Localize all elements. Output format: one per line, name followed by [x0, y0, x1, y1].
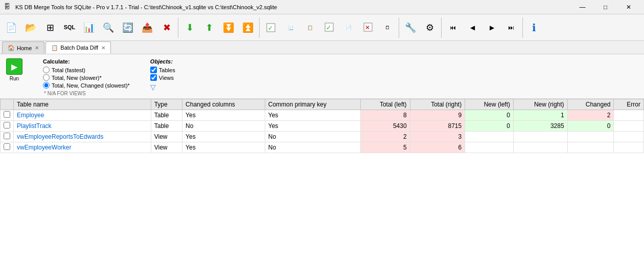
row-common-pk-3: No: [265, 142, 360, 153]
home-tab-icon: 🏠: [8, 45, 15, 51]
page2-icon: 📄: [346, 25, 352, 30]
calculate-label: Calculate:: [43, 58, 130, 65]
radio-total-fastest-label: Total (fastest): [52, 67, 85, 73]
row-checkbox-3[interactable]: [4, 143, 10, 150]
row-checkbox-cell: [1, 121, 14, 132]
merge-up-icon: ⬆: [205, 23, 213, 32]
maximize-button[interactable]: □: [594, 0, 617, 14]
calculate-options: Calculate: Total (fastest) Total, New (s…: [43, 58, 130, 96]
settings2-button[interactable]: ⚙: [421, 16, 439, 39]
row-total-right-0: 9: [410, 110, 465, 121]
col-header-changed-cols: Changed columns: [182, 99, 265, 110]
filter-icon[interactable]: ▽: [150, 83, 175, 91]
page1-button[interactable]: 📃: [281, 16, 300, 39]
merge-up-button[interactable]: ⬆: [200, 16, 218, 39]
radio-total-new-changed-label: Total, New, Changed (slowest)*: [52, 82, 130, 89]
row-checkbox-1[interactable]: [4, 122, 10, 129]
radio-total-new-input[interactable]: [43, 74, 50, 81]
row-name-link-0[interactable]: Employee: [17, 112, 44, 119]
delete-button[interactable]: ✖: [157, 16, 176, 39]
window-controls: — □ ✕: [571, 0, 640, 14]
tab-batch-diff[interactable]: 📋 Batch Data Diff ✕: [45, 41, 111, 54]
table-row[interactable]: PlaylistTrack Table No Yes 5430 8715 0 3…: [1, 121, 644, 132]
merge-all-down-button[interactable]: ⏬: [219, 16, 238, 39]
tab-home[interactable]: 🏠 Home ✕: [2, 41, 44, 54]
nav1-icon: ⏮: [450, 24, 456, 31]
refresh-icon: 🔄: [122, 23, 133, 32]
new-icon: 📄: [6, 23, 17, 32]
row-changed-2: [567, 132, 614, 142]
page3-button[interactable]: 🗒: [378, 16, 397, 39]
views-checkbox[interactable]: [150, 74, 157, 81]
open-button[interactable]: 📂: [21, 16, 40, 39]
settings-button[interactable]: 🔧: [401, 16, 420, 39]
nav2-button[interactable]: ◀: [463, 16, 481, 39]
row-error-1: [614, 121, 644, 132]
merge-down-button[interactable]: ⬇: [180, 16, 199, 39]
info-button[interactable]: ℹ: [525, 16, 543, 39]
row-total-right-2: 3: [410, 132, 465, 142]
merge-all-up-button[interactable]: ⏫: [239, 16, 257, 39]
radio-total-new-label: Total, New (slower)*: [52, 75, 102, 81]
table-layout-button[interactable]: 📊: [80, 16, 98, 39]
row-checkbox-0[interactable]: [4, 111, 10, 118]
row-common-pk-1: Yes: [265, 121, 360, 132]
batch-diff-tab-icon: 📋: [51, 45, 58, 51]
row-type-0: Table: [151, 110, 182, 121]
file1-icon: 📋: [307, 25, 313, 30]
views-label: Views: [159, 75, 174, 81]
run-label: Run: [10, 76, 19, 81]
batch-diff-tab-close[interactable]: ✕: [101, 45, 105, 51]
views-checkbox-row[interactable]: Views: [150, 74, 175, 81]
nav1-button[interactable]: ⏮: [444, 16, 462, 39]
nav3-button[interactable]: ▶: [482, 16, 501, 39]
row-new-right-0: 1: [513, 110, 567, 121]
row-checkbox-cell: [1, 132, 14, 142]
radio-total-fastest-input[interactable]: [43, 67, 50, 73]
check1-button[interactable]: ✓: [262, 16, 280, 39]
settings2-icon: ⚙: [426, 23, 434, 32]
table-layout-icon: 📊: [83, 23, 95, 32]
radio-total-new[interactable]: Total, New (slower)*: [43, 74, 130, 81]
binoculars-button[interactable]: 🔍: [99, 16, 118, 39]
row-name-link-1[interactable]: PlaylistTrack: [17, 122, 52, 130]
tables-checkbox[interactable]: [150, 67, 157, 73]
home-tab-close[interactable]: ✕: [35, 45, 39, 51]
batch-diff-tab-label: Batch Data Diff: [60, 45, 98, 51]
row-changed-cols-2: Yes: [182, 132, 265, 142]
close-button[interactable]: ✕: [617, 0, 640, 14]
refresh-button[interactable]: 🔄: [119, 16, 137, 39]
row-name-link-3[interactable]: vwEmployeeWorker: [17, 144, 71, 151]
col-header-name: Table name: [14, 99, 151, 110]
row-new-left-3: [465, 142, 514, 153]
grid-button[interactable]: ⊞: [41, 16, 59, 39]
table-row[interactable]: vwEmployeeWorker View Yes No 5 6: [1, 142, 644, 153]
radio-total-new-changed-input[interactable]: [43, 82, 50, 89]
row-name-3: vwEmployeeWorker: [14, 142, 151, 153]
row-checkbox-2[interactable]: [4, 133, 10, 139]
run-button[interactable]: ▶: [6, 58, 22, 75]
radio-total-new-changed[interactable]: Total, New, Changed (slowest)*: [43, 82, 130, 89]
row-name-1: PlaylistTrack: [14, 121, 151, 132]
check2-button[interactable]: ✓: [320, 16, 338, 39]
tables-checkbox-row[interactable]: Tables: [150, 67, 175, 73]
row-changed-cols-0: Yes: [182, 110, 265, 121]
nav4-button[interactable]: ⏭: [502, 16, 520, 39]
row-changed-3: [567, 142, 614, 153]
radio-total-fastest[interactable]: Total (fastest): [43, 67, 130, 73]
row-name-link-2[interactable]: vwEmployeeReportsToEdwards: [17, 133, 103, 140]
row-changed-0: 2: [567, 110, 614, 121]
app-icon: 🗄: [4, 3, 12, 11]
options-bar: ▶ Run Calculate: Total (fastest) Total, …: [0, 54, 644, 99]
new-button[interactable]: 📄: [2, 16, 20, 39]
table-row[interactable]: Employee Table Yes Yes 8 9 0 1 2: [1, 110, 644, 121]
export-button[interactable]: 📤: [138, 16, 156, 39]
check-red-button[interactable]: ✕: [359, 16, 377, 39]
table-row[interactable]: vwEmployeeReportsToEdwards View Yes No 2…: [1, 132, 644, 142]
page2-button[interactable]: 📄: [339, 16, 358, 39]
row-type-2: View: [151, 132, 182, 142]
minimize-button[interactable]: —: [571, 0, 594, 14]
file1-button[interactable]: 📋: [301, 16, 319, 39]
sql-button[interactable]: SQL: [60, 16, 79, 39]
row-total-right-3: 6: [410, 142, 465, 153]
